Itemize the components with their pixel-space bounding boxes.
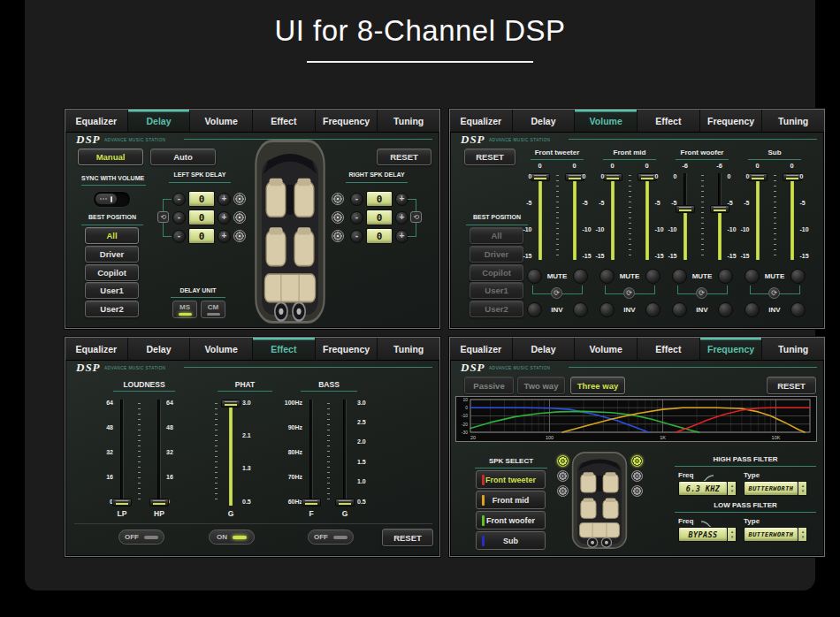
- spinner-down-arrow[interactable]: ▼: [800, 489, 804, 492]
- tab-equalizer[interactable]: Equalizer: [450, 338, 513, 360]
- volume-fader-sub-left[interactable]: [748, 173, 767, 181]
- effect-slider-loudness-hp[interactable]: [149, 499, 169, 507]
- effect-slider-bass-g[interactable]: [335, 499, 355, 507]
- tab-frequency[interactable]: Frequency: [700, 338, 763, 360]
- tab-tuning[interactable]: Tuning: [762, 338, 824, 360]
- best-position-copilot[interactable]: Copilot: [85, 264, 139, 281]
- best-position-user1[interactable]: User1: [470, 282, 523, 299]
- reset-button[interactable]: RESET: [382, 529, 433, 546]
- effect-slider-phat-g[interactable]: [221, 400, 241, 408]
- high-pass-filter-freq-spinner[interactable]: ▲▼: [728, 481, 737, 496]
- right-delay-1-minus-button[interactable]: -: [350, 193, 363, 206]
- left-delay-1-plus-button[interactable]: +: [218, 193, 231, 206]
- right-delay-link-icon[interactable]: ⟲: [410, 211, 422, 223]
- best-position-driver[interactable]: Driver: [85, 246, 139, 263]
- volume-fader-front-mid-right[interactable]: [638, 173, 657, 181]
- channel-link-icon-front-mid[interactable]: ⟳: [623, 287, 635, 299]
- tab-equalizer[interactable]: Equalizer: [65, 110, 128, 132]
- mute-left-knob-front-mid[interactable]: [599, 269, 615, 284]
- tab-frequency[interactable]: Frequency: [700, 110, 763, 132]
- effect-switch-bass[interactable]: OFF: [308, 529, 354, 545]
- mute-right-knob-front-woofer[interactable]: [718, 269, 733, 284]
- spk-select-front-mid-button[interactable]: Front mid: [476, 491, 546, 509]
- reset-button[interactable]: RESET: [377, 149, 431, 165]
- tab-tuning[interactable]: Tuning: [378, 338, 439, 360]
- spinner-up-arrow[interactable]: ▲: [729, 529, 733, 533]
- inv-left-knob-front-woofer[interactable]: [672, 302, 687, 317]
- reset-button[interactable]: RESET: [767, 377, 816, 394]
- mode-two-way-button[interactable]: Two way: [517, 377, 565, 394]
- low-pass-filter-type-spinner[interactable]: ▲▼: [798, 527, 807, 542]
- tab-frequency[interactable]: Frequency: [316, 110, 378, 132]
- right-delay-3-plus-button[interactable]: +: [395, 230, 409, 243]
- mute-left-knob-front-woofer[interactable]: [672, 269, 687, 284]
- inv-left-knob-sub[interactable]: [745, 302, 760, 317]
- best-position-all[interactable]: All: [85, 227, 139, 244]
- auto-button[interactable]: Auto: [150, 149, 216, 165]
- tab-tuning[interactable]: Tuning: [378, 110, 439, 132]
- channel-link-icon-front-woofer[interactable]: ⟳: [696, 287, 707, 299]
- mute-left-knob-front-tweeter[interactable]: [527, 269, 542, 284]
- manual-button[interactable]: Manual: [78, 149, 143, 165]
- channel-link-icon-sub[interactable]: ⟳: [768, 287, 780, 299]
- best-position-all[interactable]: All: [470, 227, 523, 244]
- effect-slider-loudness-lp[interactable]: [112, 499, 132, 507]
- inv-right-knob-front-woofer[interactable]: [718, 302, 733, 317]
- inv-right-knob-sub[interactable]: [790, 302, 806, 317]
- tab-equalizer[interactable]: Equalizer: [450, 110, 513, 132]
- high-pass-filter-freq-value[interactable]: 6.3 KHZ: [678, 481, 728, 496]
- left-delay-3-minus-button[interactable]: -: [172, 230, 186, 243]
- left-delay-2-minus-button[interactable]: -: [172, 211, 186, 225]
- high-pass-filter-type-spinner[interactable]: ▲▼: [798, 481, 807, 496]
- delay-unit-ms-button[interactable]: MS: [172, 301, 197, 318]
- tab-tuning[interactable]: Tuning: [762, 110, 824, 132]
- mode-passive-button[interactable]: Passive: [464, 377, 514, 394]
- spinner-up-arrow[interactable]: ▲: [800, 484, 804, 487]
- tab-volume[interactable]: Volume: [575, 338, 638, 360]
- low-pass-filter-freq-spinner[interactable]: ▲▼: [728, 527, 737, 542]
- right-delay-1-plus-button[interactable]: +: [395, 193, 409, 206]
- sync-with-volume-toggle[interactable]: [93, 191, 131, 208]
- spinner-down-arrow[interactable]: ▼: [800, 535, 804, 538]
- spk-select-front-woofer-button[interactable]: Front woofer: [476, 511, 546, 529]
- mute-right-knob-front-mid[interactable]: [645, 269, 661, 284]
- spinner-down-arrow[interactable]: ▼: [729, 489, 733, 492]
- tab-volume[interactable]: Volume: [190, 338, 253, 360]
- tab-volume[interactable]: Volume: [190, 110, 253, 132]
- effect-switch-phat[interactable]: ON: [209, 529, 255, 545]
- effect-slider-bass-f[interactable]: [302, 499, 321, 507]
- spinner-up-arrow[interactable]: ▲: [729, 484, 733, 487]
- best-position-user2[interactable]: User2: [85, 301, 139, 317]
- best-position-user2[interactable]: User2: [470, 301, 523, 317]
- inv-left-knob-front-mid[interactable]: [599, 302, 615, 317]
- low-pass-filter-freq-value[interactable]: BYPASS: [678, 527, 728, 542]
- left-delay-1-minus-button[interactable]: -: [172, 193, 186, 206]
- right-delay-2-plus-button[interactable]: +: [395, 211, 409, 225]
- tab-delay[interactable]: Delay: [128, 338, 191, 360]
- best-position-driver[interactable]: Driver: [470, 246, 523, 263]
- best-position-copilot[interactable]: Copilot: [470, 264, 523, 281]
- spinner-down-arrow[interactable]: ▼: [729, 535, 733, 538]
- best-position-user1[interactable]: User1: [85, 282, 139, 299]
- left-delay-3-plus-button[interactable]: +: [218, 230, 231, 243]
- tab-delay[interactable]: Delay: [513, 110, 576, 132]
- spk-select-front-tweeter-button[interactable]: Front tweeter: [476, 470, 546, 489]
- tab-frequency[interactable]: Frequency: [316, 338, 378, 360]
- delay-unit-cm-button[interactable]: CM: [201, 301, 225, 318]
- tab-effect[interactable]: Effect: [638, 338, 700, 360]
- tab-effect[interactable]: Effect: [253, 110, 316, 132]
- tab-volume[interactable]: Volume: [575, 110, 638, 132]
- mode-three-way-button[interactable]: Three way: [570, 377, 625, 394]
- volume-fader-front-woofer-left[interactable]: [676, 205, 695, 213]
- mute-left-knob-sub[interactable]: [745, 269, 760, 284]
- volume-fader-front-tweeter-left[interactable]: [531, 173, 550, 181]
- volume-fader-front-mid-left[interactable]: [603, 173, 622, 181]
- left-delay-2-plus-button[interactable]: +: [218, 211, 231, 225]
- tab-effect[interactable]: Effect: [638, 110, 700, 132]
- effect-switch-loudness[interactable]: OFF: [118, 529, 164, 545]
- volume-fader-front-tweeter-right[interactable]: [565, 173, 584, 181]
- reset-button[interactable]: RESET: [464, 149, 515, 165]
- inv-left-knob-front-tweeter[interactable]: [527, 302, 542, 317]
- inv-right-knob-front-mid[interactable]: [645, 302, 661, 317]
- right-delay-2-minus-button[interactable]: -: [350, 211, 363, 225]
